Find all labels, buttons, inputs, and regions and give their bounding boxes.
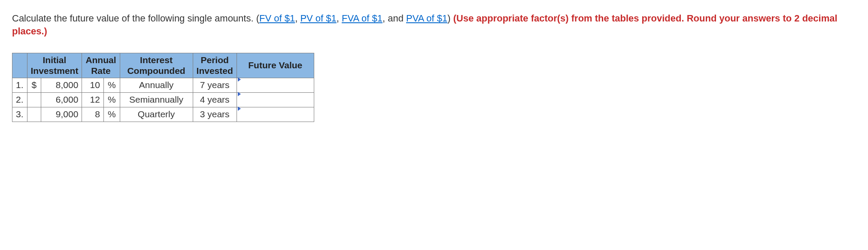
future-value-input[interactable] <box>240 80 312 91</box>
table-row: 2. 6,000 12 % Semiannually 4 years <box>12 92 314 107</box>
table-row: 1. $ 8,000 10 % Annually 7 years <box>12 78 314 92</box>
input-marker-icon <box>238 77 241 82</box>
question-text: Calculate the future value of the follow… <box>12 12 856 37</box>
rate-symbol: % <box>103 78 120 92</box>
input-marker-icon <box>238 107 241 111</box>
header-corner <box>12 53 27 78</box>
rate-symbol: % <box>103 107 120 122</box>
future-value-input[interactable] <box>240 95 312 106</box>
input-marker-icon <box>238 92 241 96</box>
investment-amount: 9,000 <box>41 107 82 122</box>
link-fva-of-1[interactable]: FVA of $1 <box>342 13 382 24</box>
header-interest-compounded: Interest Compounded <box>120 53 193 78</box>
future-value-cell[interactable] <box>237 107 314 122</box>
currency-symbol <box>27 107 41 122</box>
question-suffix: ) <box>447 13 453 24</box>
future-value-cell[interactable] <box>237 92 314 107</box>
header-annual-rate: Annual Rate <box>82 53 120 78</box>
question-prefix: Calculate the future value of the follow… <box>12 13 259 24</box>
header-future-value: Future Value <box>237 53 314 78</box>
compounding: Quarterly <box>120 107 193 122</box>
compounding: Annually <box>120 78 193 92</box>
future-value-table: Initial Investment Annual Rate Interest … <box>12 53 314 122</box>
header-initial-investment: Initial Investment <box>27 53 82 78</box>
link-fv-of-1[interactable]: FV of $1 <box>259 13 295 24</box>
row-number: 3. <box>12 107 27 122</box>
currency-symbol <box>27 92 41 107</box>
sep1: , <box>295 13 300 24</box>
investment-amount: 6,000 <box>41 92 82 107</box>
header-period-invested: Period Invested <box>193 53 237 78</box>
future-value-cell[interactable] <box>237 78 314 92</box>
rate-value: 10 <box>82 78 104 92</box>
table-row: 3. 9,000 8 % Quarterly 3 years <box>12 107 314 122</box>
period: 7 years <box>193 78 237 92</box>
sep2: , <box>337 13 342 24</box>
rate-value: 8 <box>82 107 104 122</box>
period: 4 years <box>193 92 237 107</box>
period: 3 years <box>193 107 237 122</box>
rate-value: 12 <box>82 92 104 107</box>
link-pv-of-1[interactable]: PV of $1 <box>300 13 336 24</box>
currency-symbol: $ <box>27 78 41 92</box>
row-number: 2. <box>12 92 27 107</box>
link-pva-of-1[interactable]: PVA of $1 <box>406 13 447 24</box>
future-value-input[interactable] <box>240 109 312 121</box>
investment-amount: 8,000 <box>41 78 82 92</box>
sep3: , and <box>382 13 406 24</box>
row-number: 1. <box>12 78 27 92</box>
rate-symbol: % <box>103 92 120 107</box>
compounding: Semiannually <box>120 92 193 107</box>
